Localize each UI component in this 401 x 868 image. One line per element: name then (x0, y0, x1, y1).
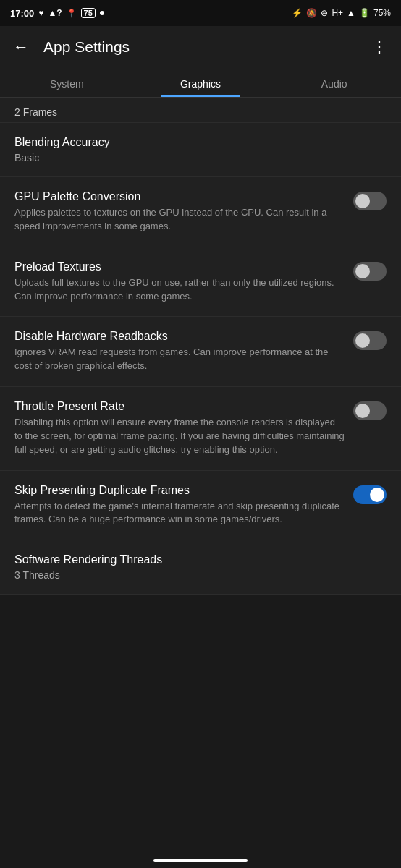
frames-row: 2 Frames (0, 98, 401, 123)
throttle-present-toggle-track[interactable] (353, 401, 387, 420)
skip-duplicate-toggle[interactable] (353, 485, 387, 504)
gpu-palette-toggle-thumb (355, 194, 370, 208)
tab-audio[interactable]: Audio (267, 68, 401, 97)
home-bar (153, 859, 248, 862)
heart-icon: ♥ (38, 8, 43, 18)
preload-textures-toggle[interactable] (353, 262, 387, 281)
setting-blending-text: Blending Accuracy Basic (14, 136, 387, 163)
setting-throttle-present[interactable]: Throttle Present Rate Disabling this opt… (0, 387, 401, 471)
setting-preload-text: Preload Textures Uploads full textures t… (14, 260, 345, 304)
more-options-button[interactable]: ⋮ (367, 33, 392, 61)
skip-duplicate-toggle-track[interactable] (353, 485, 387, 504)
setting-software-rendering-title: Software Rendering Threads (14, 553, 387, 566)
setting-throttle-desc: Disabling this option will ensure every … (14, 416, 345, 457)
throttle-present-toggle[interactable] (353, 401, 387, 420)
bluetooth-icon: ⚡ (292, 8, 303, 18)
setting-gpu-palette[interactable]: GPU Palette Conversion Applies palettes … (0, 177, 401, 247)
preload-textures-toggle-thumb (355, 264, 370, 278)
throttle-present-toggle-thumb (355, 404, 370, 418)
setting-skip-duplicate-text: Skip Presenting Duplicate Frames Attempt… (14, 484, 345, 527)
setting-hw-readbacks-desc: Ignores VRAM read requests from games. C… (14, 346, 345, 373)
time-display: 17:00 (10, 8, 34, 19)
home-indicator (0, 852, 401, 868)
setting-gpu-palette-desc: Applies palettes to textures on the GPU … (14, 206, 345, 234)
setting-software-rendering[interactable]: Software Rendering Threads 3 Threads (0, 540, 401, 595)
score-badge: 75 (81, 8, 96, 18)
battery-icon: 🔋 (359, 8, 370, 18)
setting-disable-hw-readbacks[interactable]: Disable Hardware Readbacks Ignores VRAM … (0, 317, 401, 387)
wifi-icon: ▲? (48, 8, 62, 18)
setting-gpu-palette-title: GPU Palette Conversion (14, 190, 345, 203)
gpu-palette-toggle-track[interactable] (353, 192, 387, 210)
frames-value: 2 Frames (14, 106, 57, 118)
setting-throttle-title: Throttle Present Rate (14, 400, 345, 413)
tab-graphics[interactable]: Graphics (134, 68, 268, 97)
preload-textures-toggle-track[interactable] (353, 262, 387, 281)
dot-indicator (100, 11, 104, 15)
setting-blending-title: Blending Accuracy (14, 136, 387, 149)
hw-readbacks-toggle-thumb (355, 333, 370, 348)
hw-readbacks-toggle[interactable] (353, 331, 387, 350)
tab-bar: System Graphics Audio (0, 68, 401, 98)
network-type: H+ (332, 8, 343, 18)
setting-gpu-palette-text: GPU Palette Conversion Applies palettes … (14, 190, 345, 234)
setting-software-rendering-text: Software Rendering Threads 3 Threads (14, 553, 387, 581)
status-bar-left: 17:00 ♥ ▲? 📍 75 (10, 8, 104, 19)
app-bar-title: App Settings (43, 38, 357, 56)
signal-bars-icon: ▲ (347, 8, 355, 18)
setting-preload-desc: Uploads full textures to the GPU on use,… (14, 276, 345, 304)
gpu-palette-toggle[interactable] (353, 192, 387, 210)
setting-skip-duplicate-desc: Attempts to detect the game's internal f… (14, 500, 345, 527)
setting-skip-duplicate[interactable]: Skip Presenting Duplicate Frames Attempt… (0, 471, 401, 541)
setting-hw-readbacks-title: Disable Hardware Readbacks (14, 330, 345, 343)
location-icon: 📍 (67, 9, 77, 18)
hw-readbacks-toggle-track[interactable] (353, 331, 387, 350)
setting-throttle-text: Throttle Present Rate Disabling this opt… (14, 400, 345, 457)
app-bar: ← App Settings ⋮ (0, 26, 401, 68)
back-button[interactable]: ← (9, 33, 33, 61)
status-bar: 17:00 ♥ ▲? 📍 75 ⚡ 🔕 ⊖ H+ ▲ 🔋 75% (0, 0, 401, 26)
setting-preload-title: Preload Textures (14, 260, 345, 273)
setting-blending-value: Basic (14, 152, 387, 163)
tab-system[interactable]: System (0, 68, 134, 97)
mute-icon: 🔕 (306, 8, 317, 18)
skip-duplicate-toggle-thumb (370, 488, 384, 502)
setting-blending-accuracy[interactable]: Blending Accuracy Basic (0, 123, 401, 177)
battery-percent: 75% (373, 8, 391, 18)
minus-circle-icon: ⊖ (321, 8, 328, 18)
setting-skip-duplicate-title: Skip Presenting Duplicate Frames (14, 484, 345, 497)
status-bar-right: ⚡ 🔕 ⊖ H+ ▲ 🔋 75% (292, 8, 391, 18)
setting-preload-textures[interactable]: Preload Textures Uploads full textures t… (0, 247, 401, 318)
setting-software-rendering-value: 3 Threads (14, 569, 387, 581)
settings-content: 2 Frames Blending Accuracy Basic GPU Pal… (0, 98, 401, 595)
setting-hw-readbacks-text: Disable Hardware Readbacks Ignores VRAM … (14, 330, 345, 373)
